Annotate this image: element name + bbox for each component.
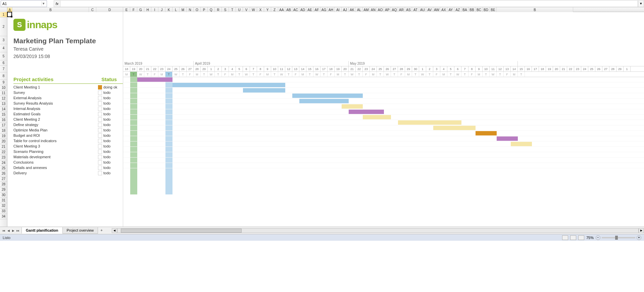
col-header-AB[interactable]: AB: [285, 7, 292, 12]
col-header-I[interactable]: I: [151, 7, 158, 12]
activity-row[interactable]: Details and annexestodo: [13, 165, 123, 170]
col-header-M[interactable]: M: [180, 7, 187, 12]
select-all-cell[interactable]: [0, 7, 7, 12]
zoom-level[interactable]: 75%: [586, 236, 594, 240]
gantt-bar[interactable]: [497, 136, 518, 141]
fx-button[interactable]: fx: [54, 0, 60, 7]
view-page-layout-button[interactable]: [570, 235, 576, 240]
row-header-29[interactable]: 29: [0, 187, 7, 192]
row-header-22[interactable]: 22: [0, 150, 7, 155]
col-header-BD[interactable]: BD: [483, 7, 490, 12]
col-header-AR[interactable]: AR: [398, 7, 405, 12]
row-header-23[interactable]: 23: [0, 155, 7, 160]
col-header-BC[interactable]: BC: [476, 7, 483, 12]
gantt-bar[interactable]: [349, 110, 384, 114]
zoom-in-button[interactable]: +: [637, 235, 641, 240]
name-box[interactable]: A1 ▾: [1, 0, 47, 7]
tab-overview[interactable]: Project overview: [62, 227, 98, 234]
zoom-slider[interactable]: − +: [596, 235, 641, 240]
cell-selection[interactable]: [7, 12, 12, 17]
view-normal-button[interactable]: [562, 235, 568, 240]
horizontal-scrollbar[interactable]: ◀ ▶: [112, 228, 644, 233]
activity-row[interactable]: Client Meeting 1doing ok: [13, 84, 123, 90]
tab-nav-next[interactable]: ▶: [11, 228, 15, 233]
row-header-31[interactable]: 31: [0, 198, 7, 203]
gantt-bar[interactable]: [363, 115, 391, 119]
activity-row[interactable]: External Analysistodo: [13, 95, 123, 101]
col-header-AY[interactable]: AY: [447, 7, 454, 12]
zoom-out-button[interactable]: −: [596, 235, 600, 240]
col-header-S[interactable]: S: [222, 7, 229, 12]
col-header-P[interactable]: P: [201, 7, 208, 12]
col-header-BA[interactable]: BA: [461, 7, 468, 12]
scroll-track[interactable]: [117, 228, 639, 233]
col-header-AT[interactable]: AT: [412, 7, 419, 12]
row-header-8[interactable]: 8: [0, 72, 7, 80]
gantt-bar[interactable]: [511, 142, 532, 146]
row-header-1[interactable]: 1: [0, 12, 7, 17]
col-header-AN[interactable]: AN: [370, 7, 377, 12]
row-header-12[interactable]: 12: [0, 96, 7, 101]
activity-row[interactable]: Internal Analysistodo: [13, 106, 123, 111]
col-header-AO[interactable]: AO: [377, 7, 384, 12]
col-header-T[interactable]: T: [229, 7, 236, 12]
row-header-16[interactable]: 16: [0, 117, 7, 123]
row-header-10[interactable]: 10: [0, 85, 7, 91]
col-header-B[interactable]: B: [12, 7, 89, 12]
row-header-24[interactable]: 24: [0, 160, 7, 166]
col-header-Y[interactable]: Y: [264, 7, 271, 12]
scroll-left-button[interactable]: ◀: [112, 228, 117, 233]
gantt-bar[interactable]: [243, 88, 285, 93]
col-header-V[interactable]: V: [243, 7, 250, 12]
tab-nav-last[interactable]: ⏭: [15, 228, 20, 233]
col-header-R[interactable]: R: [215, 7, 222, 12]
row-header-19[interactable]: 19: [0, 133, 7, 139]
col-header-K[interactable]: K: [165, 7, 172, 12]
row-header-13[interactable]: 13: [0, 101, 7, 107]
col-header-AA[interactable]: AA: [278, 7, 285, 12]
col-header-AS[interactable]: AS: [405, 7, 412, 12]
add-sheet-button[interactable]: ✦: [98, 228, 105, 233]
col-header-AE[interactable]: AE: [306, 7, 313, 12]
gantt-bar[interactable]: [137, 77, 172, 82]
zoom-thumb[interactable]: [615, 236, 618, 240]
row-header-3[interactable]: 3: [0, 36, 7, 44]
gantt-bar[interactable]: [342, 104, 363, 109]
col-header-X[interactable]: X: [257, 7, 264, 12]
formula-expand-button[interactable]: ▾: [638, 0, 644, 7]
tab-nav-prev[interactable]: ◀: [6, 228, 11, 233]
col-header-F[interactable]: F: [130, 7, 137, 12]
name-box-dropdown-icon[interactable]: ▾: [42, 1, 45, 6]
tab-nav-first[interactable]: ⏮: [1, 228, 6, 233]
col-header-AU[interactable]: AU: [419, 7, 426, 12]
formula-input[interactable]: [60, 0, 638, 7]
gantt-bar[interactable]: [398, 120, 461, 125]
row-header-4[interactable]: 4: [0, 44, 7, 52]
zoom-track[interactable]: [602, 237, 635, 238]
scroll-right-button[interactable]: ▶: [639, 228, 644, 233]
activity-row[interactable]: Conclusionstodo: [13, 160, 123, 165]
activity-row[interactable]: Optimize Media Plantodo: [13, 127, 123, 133]
row-header-9[interactable]: 9: [0, 80, 7, 85]
col-header-A[interactable]: A: [7, 7, 12, 12]
activity-row[interactable]: Survey Results Analysistodo: [13, 101, 123, 106]
col-header-J[interactable]: J: [158, 7, 165, 12]
col-header-AM[interactable]: AM: [363, 7, 370, 12]
col-header-E[interactable]: E: [123, 7, 130, 12]
row-header-18[interactable]: 18: [0, 128, 7, 133]
col-header-AF[interactable]: AF: [313, 7, 320, 12]
col-header-C[interactable]: C: [89, 7, 96, 12]
row-header-5[interactable]: 5: [0, 52, 7, 60]
row-header-15[interactable]: 15: [0, 112, 7, 117]
gantt-bar[interactable]: [292, 94, 363, 98]
view-page-break-button[interactable]: [578, 235, 584, 240]
gantt-bar[interactable]: [172, 83, 285, 87]
col-header-AZ[interactable]: AZ: [454, 7, 461, 12]
row-header-7[interactable]: 7: [0, 66, 7, 72]
grid-area[interactable]: S innaps Marketing Plan Template Teresa …: [7, 12, 644, 227]
col-header-H[interactable]: H: [144, 7, 151, 12]
activity-row[interactable]: Materials developmenttodo: [13, 154, 123, 160]
activity-row[interactable]: Deliverytodo: [13, 170, 123, 176]
activity-row[interactable]: Estimated Goalstodo: [13, 111, 123, 117]
gantt-bar[interactable]: [299, 99, 349, 103]
